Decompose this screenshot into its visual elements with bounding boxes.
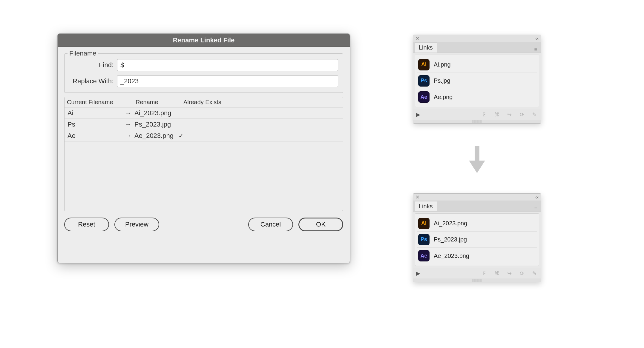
edit-icon[interactable]: ✎ — [531, 111, 538, 118]
arrow-icon: → — [123, 132, 133, 140]
aftereffects-icon: Ae — [418, 91, 430, 103]
goto-link-icon[interactable]: ↪ — [506, 270, 513, 277]
illustrator-icon: Ai — [418, 59, 430, 70]
link-filename: Ae.png — [434, 94, 453, 101]
relink-cc-icon[interactable]: ⎘ — [481, 270, 488, 276]
panel-footer: ▶ ⎘ ⌘ ↪ ⟳ ✎ — [413, 109, 541, 120]
panel-tabs: Links ≡ — [413, 201, 541, 212]
edit-icon[interactable]: ✎ — [531, 270, 538, 277]
replace-row: Replace With: — [69, 75, 338, 87]
panel-menu-icon[interactable]: ≡ — [532, 46, 540, 53]
arrow-icon: → — [123, 109, 133, 117]
cell-rename: Ps_2023.jpg — [133, 121, 342, 128]
collapse-icon[interactable]: ‹‹ — [535, 195, 539, 200]
link-icon[interactable]: ⌘ — [493, 111, 500, 118]
update-icon[interactable]: ⟳ — [518, 270, 525, 277]
relink-cc-icon[interactable]: ⎘ — [481, 111, 488, 118]
rename-dialog: Rename Linked File Filename Find: Replac… — [57, 33, 350, 263]
replace-input[interactable] — [117, 75, 338, 87]
resize-grip[interactable]: |||||||||| — [413, 278, 541, 282]
col-exists[interactable]: Already Exists — [181, 97, 235, 107]
link-filename: Ai.png — [434, 61, 451, 68]
arrow-icon: → — [123, 121, 133, 128]
photoshop-icon: Ps — [418, 75, 430, 87]
aftereffects-icon: Ae — [418, 250, 430, 261]
col-rename[interactable]: Rename — [133, 97, 181, 107]
list-item[interactable]: Ai Ai.png — [417, 57, 537, 73]
cell-rename: Ae_2023.png ✓ — [133, 132, 342, 140]
disclosure-icon[interactable]: ▶ — [416, 270, 420, 277]
find-label: Find: — [69, 61, 117, 69]
close-icon[interactable]: ✕ — [415, 194, 419, 200]
button-row: Reset Preview Cancel OK — [64, 218, 343, 231]
find-row: Find: — [69, 59, 338, 71]
link-icon[interactable]: ⌘ — [493, 270, 500, 277]
cell-rename: Ai_2023.png — [133, 109, 342, 117]
ok-button[interactable]: OK — [298, 218, 343, 231]
table-header: Current Filename Rename Already Exists — [65, 97, 343, 107]
cancel-button[interactable]: Cancel — [248, 218, 293, 231]
panel-tabs: Links ≡ — [413, 42, 541, 53]
table-row[interactable]: Ae → Ae_2023.png ✓ — [65, 130, 343, 141]
list-item[interactable]: Ae Ae_2023.png — [417, 248, 537, 264]
list-item[interactable]: Ps Ps_2023.jpg — [417, 232, 537, 248]
check-icon: ✓ — [178, 132, 184, 139]
dialog-title: Rename Linked File — [58, 34, 350, 47]
rename-text: Ae_2023.png — [134, 132, 174, 139]
photoshop-icon: Ps — [418, 234, 430, 245]
goto-link-icon[interactable]: ↪ — [506, 111, 513, 118]
table-rows: Ai → Ai_2023.png Ps → Ps_2023.jpg Ae → — [65, 107, 343, 141]
table-row[interactable]: Ai → Ai_2023.png — [65, 107, 343, 119]
cell-current: Ps — [66, 121, 123, 128]
list-item[interactable]: Ai Ai_2023.png — [417, 215, 537, 232]
links-panel-after: ✕ ‹‹ Links ≡ Ai Ai_2023.png Ps Ps_2023.j… — [413, 193, 541, 282]
disclosure-icon[interactable]: ▶ — [416, 111, 420, 118]
col-arrow — [124, 97, 133, 107]
filename-fieldset: Filename Find: Replace With: — [64, 53, 343, 93]
dialog-body: Filename Find: Replace With: Current Fil… — [58, 47, 350, 238]
panel-footer: ▶ ⎘ ⌘ ↪ ⟳ ✎ — [413, 268, 541, 278]
find-input[interactable] — [117, 59, 338, 71]
fieldset-legend: Filename — [68, 50, 98, 57]
link-filename: Ps.jpg — [434, 77, 450, 84]
panel-menu-icon[interactable]: ≡ — [532, 205, 540, 211]
rename-table: Current Filename Rename Already Exists A… — [64, 97, 343, 211]
link-filename: Ps_2023.jpg — [434, 236, 467, 243]
preview-button[interactable]: Preview — [114, 218, 159, 231]
update-icon[interactable]: ⟳ — [518, 111, 525, 118]
tab-links[interactable]: Links — [414, 42, 437, 53]
link-filename: Ai_2023.png — [434, 220, 467, 227]
resize-grip[interactable]: |||||||||| — [413, 120, 541, 123]
link-filename: Ae_2023.png — [434, 252, 469, 259]
panel-chrome: ✕ ‹‹ — [413, 35, 541, 42]
rename-text: Ai_2023.png — [134, 109, 171, 117]
list-item[interactable]: Ae Ae.png — [417, 89, 537, 105]
illustrator-icon: Ai — [418, 218, 430, 229]
tab-links[interactable]: Links — [414, 201, 437, 211]
links-list: Ai Ai.png Ps Ps.jpg Ae Ae.png — [415, 55, 539, 107]
reset-button[interactable]: Reset — [64, 218, 109, 231]
replace-label: Replace With: — [69, 77, 117, 85]
links-list: Ai Ai_2023.png Ps Ps_2023.jpg Ae Ae_2023… — [415, 213, 539, 266]
col-current[interactable]: Current Filename — [65, 97, 124, 107]
cell-current: Ai — [66, 109, 123, 117]
collapse-icon[interactable]: ‹‹ — [535, 36, 539, 41]
rename-text: Ps_2023.jpg — [134, 121, 171, 128]
list-item[interactable]: Ps Ps.jpg — [417, 73, 537, 89]
table-row[interactable]: Ps → Ps_2023.jpg — [65, 119, 343, 130]
links-panel-before: ✕ ‹‹ Links ≡ Ai Ai.png Ps Ps.jpg Ae Ae.p… — [413, 35, 541, 124]
cell-current: Ae — [66, 132, 123, 140]
close-icon[interactable]: ✕ — [415, 36, 419, 41]
panel-chrome: ✕ ‹‹ — [413, 194, 541, 201]
down-arrow-icon — [469, 146, 485, 174]
